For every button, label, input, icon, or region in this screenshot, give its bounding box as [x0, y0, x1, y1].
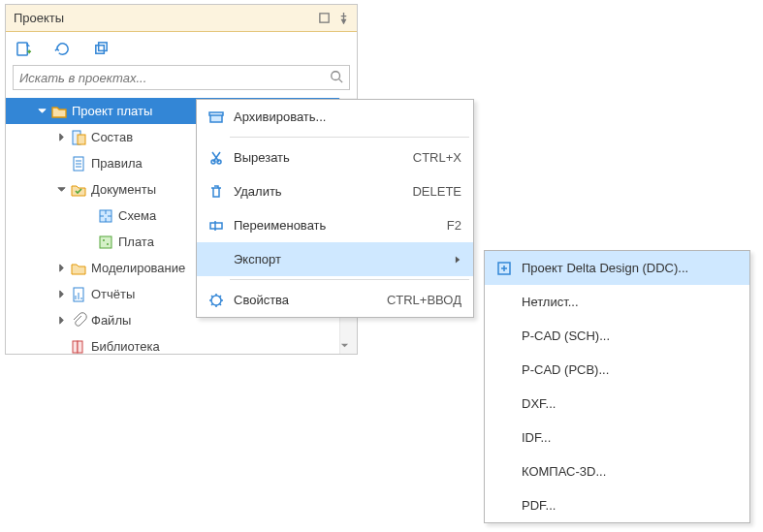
archive-icon	[205, 110, 228, 125]
chevron-right-icon[interactable]	[54, 290, 68, 298]
menu-item[interactable]: ПереименоватьF2	[197, 208, 473, 242]
cut-icon	[205, 150, 228, 166]
svg-rect-7	[78, 135, 85, 144]
pin-button[interactable]	[334, 9, 353, 28]
menu-label: IDF...	[522, 430, 738, 445]
svg-rect-2	[16, 42, 26, 54]
menu-label: DXF...	[522, 396, 738, 411]
menu-item[interactable]: УдалитьDELETE	[197, 174, 473, 208]
submenu-item[interactable]: PDF...	[485, 488, 749, 522]
menu-label: КОМПАС-3D...	[522, 464, 738, 479]
trash-icon	[205, 184, 228, 200]
refresh-button[interactable]	[50, 37, 74, 60]
submenu-item[interactable]: Нетлист...	[485, 285, 749, 319]
menu-item[interactable]: Архивировать...	[197, 100, 473, 134]
svg-rect-15	[78, 341, 82, 353]
context-menu: Архивировать...ВырезатьCTRL+XУдалитьDELE…	[196, 99, 474, 318]
menu-label: Экспорт	[234, 252, 448, 266]
submenu-item[interactable]: Проект Delta Design (DDC)...	[485, 251, 749, 285]
search-icon	[330, 70, 343, 86]
books-icon	[70, 338, 87, 355]
chevron-down-icon[interactable]	[35, 107, 48, 115]
menu-shortcut: CTRL+ВВОД	[387, 293, 461, 307]
svg-rect-14	[73, 341, 78, 353]
board-icon	[97, 234, 114, 251]
ddc-icon	[493, 261, 516, 276]
clip-icon	[70, 312, 87, 329]
svg-point-5	[332, 71, 340, 79]
svg-point-12	[107, 243, 109, 245]
menu-label: P-CAD (SCH)...	[522, 329, 738, 343]
tree-label: Проект платы	[72, 104, 152, 118]
svg-rect-3	[95, 45, 104, 53]
maximize-button[interactable]	[314, 9, 334, 28]
tree-label: Библиотека	[91, 339, 160, 354]
menu-separator	[230, 279, 469, 280]
tree-label: Состав	[91, 130, 133, 144]
menu-label: Проект Delta Design (DDC)...	[522, 261, 738, 275]
submenu-arrow-icon	[448, 255, 461, 265]
chevron-down-icon[interactable]	[54, 185, 68, 194]
tree-item[interactable]: Библиотека	[6, 333, 357, 354]
menu-label: Вырезать	[234, 150, 413, 165]
panel-title: Проекты	[14, 11, 64, 25]
submenu-item[interactable]: КОМПАС-3D...	[485, 454, 749, 488]
search-input[interactable]	[19, 71, 330, 85]
menu-label: Удалить	[234, 184, 412, 199]
scroll-down-button[interactable]	[340, 336, 349, 354]
submenu-item[interactable]: P-CAD (PCB)...	[485, 353, 749, 387]
composition-icon	[70, 129, 87, 146]
tree-label: Моделирование	[91, 261, 185, 275]
new-project-button[interactable]	[12, 37, 35, 60]
export-submenu: Проект Delta Design (DDC)...Нетлист...P-…	[484, 250, 750, 523]
submenu-item[interactable]: P-CAD (SCH)...	[485, 319, 749, 353]
panel-toolbar	[6, 32, 357, 65]
search-box[interactable]	[13, 65, 350, 90]
schematic-icon	[97, 207, 114, 225]
menu-shortcut: CTRL+X	[413, 150, 461, 165]
folder-check-icon	[70, 181, 87, 199]
collapse-all-button[interactable]	[89, 37, 112, 60]
chevron-right-icon[interactable]	[54, 133, 68, 141]
submenu-item[interactable]: DXF...	[485, 387, 749, 421]
svg-point-11	[103, 239, 105, 241]
chevron-right-icon[interactable]	[54, 316, 68, 325]
rules-icon	[70, 155, 87, 172]
menu-label: Нетлист...	[522, 295, 738, 309]
menu-shortcut: DELETE	[412, 184, 461, 199]
panel-header: Проекты	[6, 5, 357, 32]
menu-label: Свойства	[234, 293, 387, 307]
svg-rect-1	[319, 14, 328, 22]
tree-label: Отчёты	[91, 287, 135, 301]
svg-rect-17	[209, 112, 223, 115]
rename-icon	[205, 218, 228, 234]
tree-label: Документы	[91, 182, 156, 197]
svg-rect-20	[210, 223, 222, 229]
menu-shortcut: F2	[447, 218, 461, 233]
chevron-right-icon[interactable]	[54, 264, 68, 272]
tree-label: Файлы	[91, 313, 131, 328]
menu-separator	[230, 137, 469, 138]
tree-label: Схема	[118, 208, 156, 223]
svg-rect-4	[98, 42, 107, 50]
props-icon	[205, 293, 228, 308]
menu-label: PDF...	[522, 498, 738, 513]
project-icon	[50, 103, 68, 120]
reports-icon	[70, 286, 87, 303]
menu-label: Переименовать	[234, 218, 447, 233]
menu-label: P-CAD (PCB)...	[522, 362, 738, 377]
menu-item[interactable]: Экспорт	[197, 242, 473, 276]
menu-item[interactable]: СвойстваCTRL+ВВОД	[197, 283, 473, 317]
folder-icon	[70, 260, 87, 277]
submenu-item[interactable]: IDF...	[485, 421, 749, 454]
svg-rect-10	[100, 236, 111, 248]
menu-label: Архивировать...	[234, 110, 461, 124]
menu-item[interactable]: ВырезатьCTRL+X	[197, 141, 473, 174]
tree-label: Плата	[118, 235, 154, 249]
tree-label: Правила	[91, 156, 143, 171]
